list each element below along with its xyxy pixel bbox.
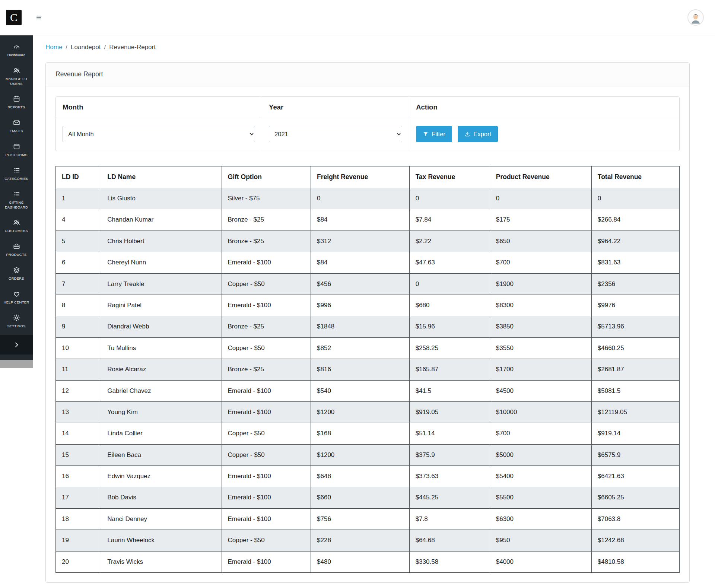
table-cell: $4500: [490, 380, 591, 401]
month-select[interactable]: All Month: [63, 126, 255, 142]
users-icon: [13, 219, 20, 226]
table-cell: $12119.05: [591, 401, 679, 423]
table-cell: $1700: [490, 359, 591, 380]
table-cell: Emerald - $100: [222, 487, 311, 508]
year-select-cell: 2021: [262, 118, 409, 151]
revenue-report-card: Revenue Report Month Year Action All Mon…: [45, 62, 690, 583]
table-cell: Tu Mullins: [101, 337, 222, 359]
card-title: Revenue Report: [46, 63, 689, 86]
sidebar-item-emails[interactable]: EMAILS: [0, 114, 33, 138]
table-cell: $919.14: [591, 423, 679, 444]
table-cell: 6: [56, 252, 101, 273]
table-cell: Nanci Denney: [101, 508, 222, 530]
sidebar-item-manage-ld-users[interactable]: MANAGE LD USERS: [0, 62, 33, 91]
sidebar-item-help-center[interactable]: HELP CENTER: [0, 286, 33, 309]
sidebar-item-products[interactable]: PRODUCTS: [0, 238, 33, 262]
sidebar-item-reports[interactable]: REPORTS: [0, 90, 33, 114]
table-cell: $1200: [311, 444, 410, 465]
table-row: 14Linda CollierCopper - $50$168$51.14$70…: [56, 423, 680, 444]
table-row: 8Ragini PatelEmerald - $100$996$680$8300…: [56, 295, 680, 316]
breadcrumb-separator: /: [66, 44, 67, 51]
table-cell: $650: [490, 231, 591, 252]
column-header: Tax Revenue: [409, 166, 490, 188]
sidebar-item-label: REPORTS: [7, 105, 25, 110]
table-cell: $480: [311, 551, 410, 572]
user-avatar[interactable]: [687, 9, 704, 26]
table-cell: Eileen Baca: [101, 444, 222, 465]
table-cell: 0: [311, 188, 410, 209]
table-cell: Rosie Alcaraz: [101, 359, 222, 380]
table-cell: 0: [490, 188, 591, 209]
sidebar-item-orders[interactable]: ORDERS: [0, 262, 33, 286]
table-cell: Chereyl Nunn: [101, 252, 222, 273]
table-cell: $258.25: [409, 337, 490, 359]
table-cell: 4: [56, 209, 101, 231]
sidebar-expand-button[interactable]: [0, 335, 33, 355]
sidebar-item-platforms[interactable]: PLATFORMS: [0, 138, 33, 162]
breadcrumb: Home/Loandepot/Revenue-Report: [45, 44, 690, 51]
gear-icon: [13, 314, 20, 322]
card-body: Month Year Action All Month 2021 F: [46, 86, 689, 582]
table-cell: Larry Treakle: [101, 273, 222, 295]
month-select-cell: All Month: [56, 118, 262, 151]
breadcrumb-item-home[interactable]: Home: [45, 44, 62, 51]
sidebar-item-settings[interactable]: SETTINGS: [0, 309, 33, 333]
export-button[interactable]: Export: [458, 126, 498, 142]
table-cell: 11: [56, 359, 101, 380]
sidebar-item-label: CUSTOMERS: [5, 229, 28, 233]
table-cell: Emerald - $100: [222, 401, 311, 423]
sidebar-item-customers[interactable]: CUSTOMERS: [0, 214, 33, 238]
table-cell: Silver - $75: [222, 188, 311, 209]
table-cell: $4810.58: [591, 551, 679, 572]
table-cell: $3850: [490, 316, 591, 337]
sidebar-item-label: GIFTING DASHBOARD: [1, 200, 32, 210]
table-cell: $1848: [311, 316, 410, 337]
sidebar-item-categories[interactable]: CATEGORIES: [0, 162, 33, 186]
table-cell: 12: [56, 380, 101, 401]
table-cell: Gabriel Chavez: [101, 380, 222, 401]
table-cell: Emerald - $100: [222, 508, 311, 530]
sidebar-item-gifting-dashboard[interactable]: GIFTING DASHBOARD: [0, 186, 33, 214]
table-cell: $1900: [490, 273, 591, 295]
table-cell: 9: [56, 316, 101, 337]
app-logo[interactable]: C: [6, 10, 22, 25]
sidebar-item-dashboard[interactable]: Dashboard: [0, 38, 33, 62]
filter-button[interactable]: Filter: [416, 126, 452, 142]
table-cell: $648: [311, 466, 410, 487]
content: Home/Loandepot/Revenue-Report Revenue Re…: [33, 0, 715, 583]
table-cell: $540: [311, 380, 410, 401]
table-cell: 13: [56, 401, 101, 423]
table-row: 12Gabriel ChavezEmerald - $100$540$41.5$…: [56, 380, 680, 401]
menu-toggle-button[interactable]: [32, 11, 45, 24]
table-cell: Copper - $50: [222, 530, 311, 551]
sidebar-item-label: PLATFORMS: [5, 153, 27, 158]
table-row: 17Bob DavisEmerald - $100$660$445.25$550…: [56, 487, 680, 508]
month-column-label: Month: [56, 97, 262, 118]
sidebar-item-label: ORDERS: [9, 276, 24, 281]
table-cell: 14: [56, 423, 101, 444]
table-cell: 0: [409, 273, 490, 295]
sidebar-item-label: SETTINGS: [7, 324, 25, 329]
table-cell: $15.96: [409, 316, 490, 337]
table-cell: $2356: [591, 273, 679, 295]
year-select[interactable]: 2021: [269, 126, 402, 142]
table-cell: Emerald - $100: [222, 252, 311, 273]
list-icon: [13, 166, 20, 174]
topbar: C: [0, 0, 715, 35]
table-row: 15Eileen BacaCopper - $50$1200$375.9$500…: [56, 444, 680, 465]
sidebar-scrollbar[interactable]: [0, 360, 33, 368]
year-column-label: Year: [262, 97, 409, 118]
table-cell: $47.63: [409, 252, 490, 273]
sidebar: DashboardMANAGE LD USERSREPORTSEMAILSPLA…: [0, 35, 33, 368]
calendar-icon: [13, 95, 20, 103]
table-cell: Travis Wicks: [101, 551, 222, 572]
person-avatar-icon: [689, 12, 702, 25]
speedometer-icon: [13, 43, 20, 51]
table-row: 18Nanci DenneyEmerald - $100$756$7.8$630…: [56, 508, 680, 530]
table-cell: $373.63: [409, 466, 490, 487]
table-cell: 0: [409, 188, 490, 209]
table-cell: $6575.9: [591, 444, 679, 465]
table-cell: Chris Holbert: [101, 231, 222, 252]
table-cell: $330.58: [409, 551, 490, 572]
table-cell: $312: [311, 231, 410, 252]
